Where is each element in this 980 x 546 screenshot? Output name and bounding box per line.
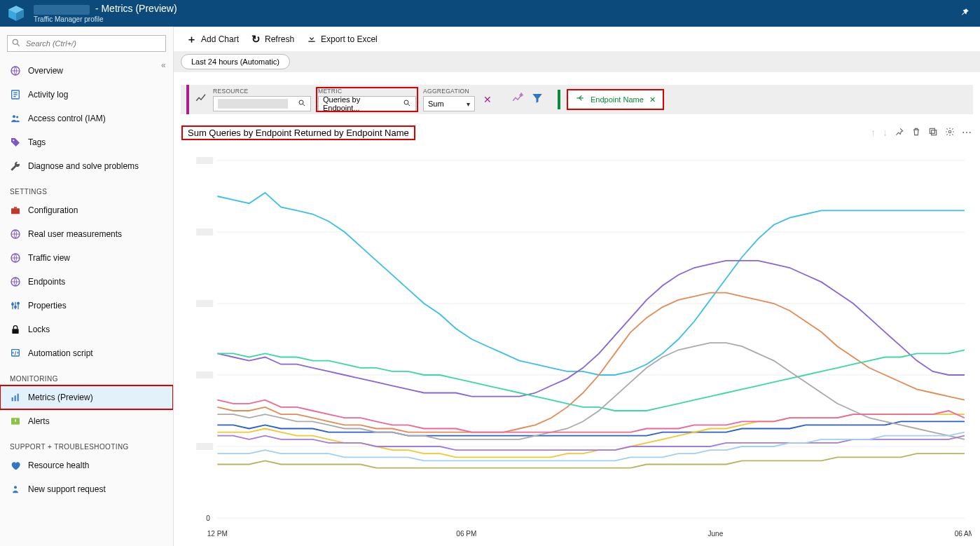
collapse-sidebar-icon[interactable]: «	[161, 60, 166, 70]
svg-rect-23	[12, 329, 18, 334]
sidebar-item-new-support-request[interactable]: New support request	[0, 477, 173, 501]
line-chart-icon[interactable]	[195, 92, 207, 107]
svg-text:06 PM: 06 PM	[456, 530, 476, 538]
sidebar-item-endpoints[interactable]: Endpoints	[0, 270, 173, 294]
support-icon	[10, 484, 21, 495]
refresh-button[interactable]: ↻ Refresh	[251, 33, 294, 46]
svg-rect-45	[196, 157, 213, 164]
sidebar-item-overview[interactable]: Overview	[0, 59, 173, 83]
series-endpoint-4	[217, 350, 965, 411]
pin-chart-icon[interactable]	[895, 127, 904, 139]
chart-settings-icon[interactable]	[945, 127, 955, 139]
metric-query-bar: RESOURCE METRIC Queries by Endpoint... A…	[181, 85, 973, 114]
aggregation-selector[interactable]: Sum ▾	[423, 96, 475, 111]
svg-point-21	[15, 306, 17, 308]
svg-rect-27	[18, 394, 19, 402]
sidebar-item-label: New support request	[28, 484, 106, 494]
svg-text:06 AM: 06 AM	[955, 530, 972, 538]
query-accent-stripe	[186, 85, 189, 114]
wrench-icon	[10, 161, 21, 172]
svg-point-12	[13, 139, 14, 141]
svg-rect-47	[196, 300, 213, 307]
svg-rect-30	[218, 99, 288, 109]
svg-point-38	[948, 130, 951, 133]
section-support: SUPPORT + TROUBLESHOOTING	[0, 433, 173, 453]
sliders-icon	[10, 300, 21, 311]
svg-rect-13	[11, 208, 20, 214]
resource-label: RESOURCE	[213, 88, 311, 95]
alert-icon	[10, 416, 21, 427]
more-icon[interactable]: ⋯	[962, 127, 972, 139]
series-endpoint-3	[217, 293, 965, 432]
svg-point-20	[12, 303, 14, 306]
sidebar-item-label: Traffic view	[28, 253, 70, 263]
sidebar-item-tags[interactable]: Tags	[0, 130, 173, 154]
sidebar-item-diagnose-and-solve-problems[interactable]: Diagnose and solve problems	[0, 154, 173, 178]
sidebar-item-properties[interactable]: Properties	[0, 294, 173, 318]
sidebar-item-label: Diagnose and solve problems	[28, 161, 139, 171]
svg-text:June: June	[708, 530, 724, 538]
delete-chart-icon[interactable]	[911, 127, 921, 139]
search-input[interactable]	[7, 35, 166, 52]
pin-icon[interactable]	[960, 7, 970, 20]
resource-icon	[7, 4, 25, 22]
download-icon	[307, 34, 317, 46]
log-icon	[10, 89, 21, 100]
sidebar-item-access-control-iam-[interactable]: Access control (IAM)	[0, 107, 173, 130]
sidebar-item-configuration[interactable]: Configuration	[0, 198, 173, 222]
lock-icon	[10, 324, 21, 335]
remove-split-icon[interactable]: ✕	[649, 95, 656, 104]
metric-selector[interactable]: Queries by Endpoint...	[318, 96, 416, 111]
move-up-icon[interactable]: ↑	[871, 127, 876, 139]
clone-chart-icon[interactable]	[928, 127, 938, 139]
chart[interactable]: 012 PM06 PMJune06 AM	[182, 153, 972, 546]
add-metric-icon[interactable]: +	[511, 92, 524, 107]
sidebar-item-automation-script[interactable]: Automation script	[0, 341, 173, 365]
chevron-down-icon: ▾	[467, 100, 470, 108]
blade-title: - Metrics (Preview)	[34, 4, 177, 14]
resource-selector[interactable]	[213, 96, 311, 111]
move-down-icon[interactable]: ↓	[883, 127, 888, 139]
sidebar-item-metrics-preview-[interactable]: Metrics (Preview)	[0, 385, 173, 409]
toolbar: ＋ Add Chart ↻ Refresh Export to Excel	[174, 27, 980, 51]
svg-point-33	[404, 100, 408, 104]
add-chart-button[interactable]: ＋ Add Chart	[186, 33, 239, 46]
svg-rect-37	[930, 128, 934, 133]
heart-icon	[10, 460, 21, 471]
svg-text:+: +	[520, 92, 523, 98]
sidebar-item-label: Configuration	[28, 205, 78, 215]
filter-icon[interactable]	[531, 92, 544, 107]
series-endpoint-2	[217, 261, 965, 397]
sidebar-item-label: Metrics (Preview)	[28, 393, 93, 402]
series-endpoint-1	[217, 193, 965, 375]
split-by-chip[interactable]: Endpoint Name ✕	[567, 90, 663, 109]
sidebar-item-real-user-measurements[interactable]: Real user measurements	[0, 222, 173, 246]
export-excel-button[interactable]: Export to Excel	[307, 34, 378, 46]
briefcase-icon	[10, 205, 21, 216]
sidebar-item-label: Locks	[28, 325, 50, 334]
refresh-icon: ↻	[251, 33, 261, 46]
sidebar-item-traffic-view[interactable]: Traffic view	[0, 246, 173, 270]
sidebar-item-activity-log[interactable]: Activity log	[0, 83, 173, 107]
remove-metric-button[interactable]: ✕	[481, 94, 495, 105]
sidebar-item-label: Real user measurements	[28, 229, 122, 239]
search-icon	[11, 38, 21, 50]
tag-icon	[10, 137, 21, 148]
svg-line-4	[18, 44, 20, 46]
metric-label: METRIC	[318, 88, 416, 95]
split-arrow-icon	[575, 94, 585, 105]
time-range-pill[interactable]: Last 24 hours (Automatic)	[181, 54, 290, 69]
series-endpoint-9	[217, 436, 965, 450]
search-icon	[298, 99, 306, 109]
sidebar-item-alerts[interactable]: Alerts	[0, 409, 173, 433]
redacted-resource-name	[34, 5, 90, 15]
globe-icon	[10, 65, 21, 76]
sidebar-item-locks[interactable]: Locks	[0, 318, 173, 341]
svg-point-31	[299, 100, 303, 104]
svg-text:0: 0	[206, 514, 210, 522]
sidebar-item-label: Overview	[28, 66, 63, 76]
section-settings: SETTINGS	[0, 178, 173, 198]
sidebar-item-resource-health[interactable]: Resource health	[0, 453, 173, 477]
blade-subtitle: Traffic Manager profile	[34, 15, 177, 23]
sidebar-item-label: Activity log	[28, 90, 68, 100]
